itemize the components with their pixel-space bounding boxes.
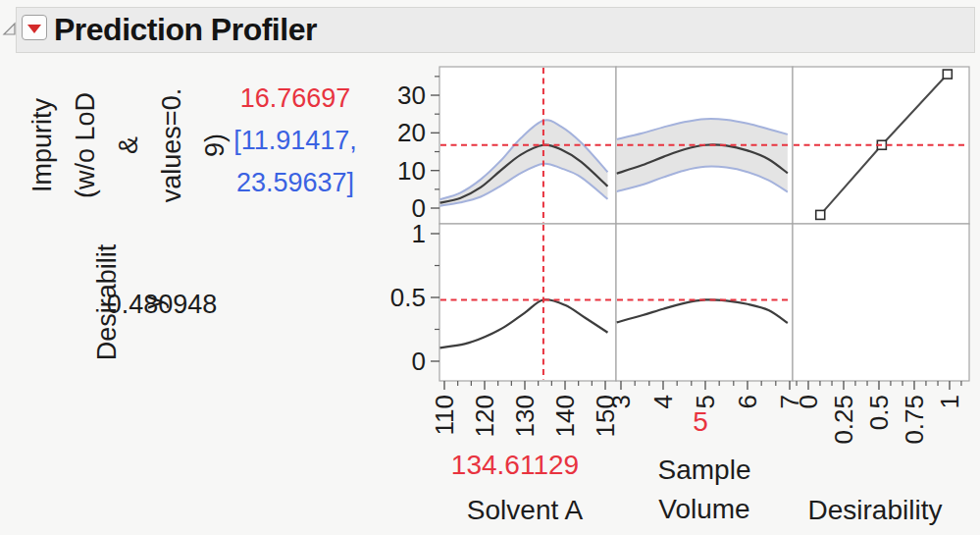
factor-name-desirability: Desirability (777, 491, 973, 530)
desirability-marker (943, 70, 952, 79)
y-tick-label: 1 (412, 219, 426, 248)
y-tick-label: 0.5 (390, 283, 426, 312)
red-triangle-menu-button[interactable] (22, 15, 47, 40)
x-tick-label: 0.25 (829, 395, 858, 445)
predicted-value-block: 16.76697 [11.91417, 23.59637] (187, 78, 403, 204)
plot-cell-r1c2 (793, 224, 969, 381)
prediction-profiler-header: Prediction Profiler (16, 7, 975, 53)
x-tick-label: 0 (794, 395, 823, 408)
x-tick-label: 0.5 (864, 395, 894, 430)
factor-current-sample-volume[interactable]: 5 (612, 406, 789, 438)
prediction-profiler-panel: 010203000.511101201301401503456700.250.5… (0, 0, 980, 535)
plot-cell-r1c0 (439, 224, 616, 381)
x-tick-label: 120 (470, 395, 499, 437)
confidence-interval-low: [11.91417, (187, 120, 403, 162)
x-tick-label: 1 (935, 395, 964, 408)
desirability-marker (816, 210, 825, 219)
desirability-value: 0.480948 (54, 284, 270, 326)
x-tick-label: 130 (510, 395, 540, 437)
predicted-value: 16.76697 (187, 78, 403, 120)
confidence-interval-high: 23.59637] (187, 162, 403, 204)
factor-name-sample-volume: Sample Volume (616, 451, 793, 529)
page-title: Prediction Profiler (54, 12, 317, 48)
plot-cell-r1c1 (616, 224, 793, 381)
factor-current-solvent-a[interactable]: 134.61129 (417, 450, 613, 481)
red-triangle-icon (27, 25, 41, 33)
y-tick-label: 0 (412, 347, 426, 376)
x-tick-label: 140 (550, 395, 580, 437)
factor-name-solvent-a: Solvent A (427, 491, 623, 530)
x-tick-label: 110 (430, 395, 459, 435)
x-tick-label: 0.75 (900, 395, 929, 445)
